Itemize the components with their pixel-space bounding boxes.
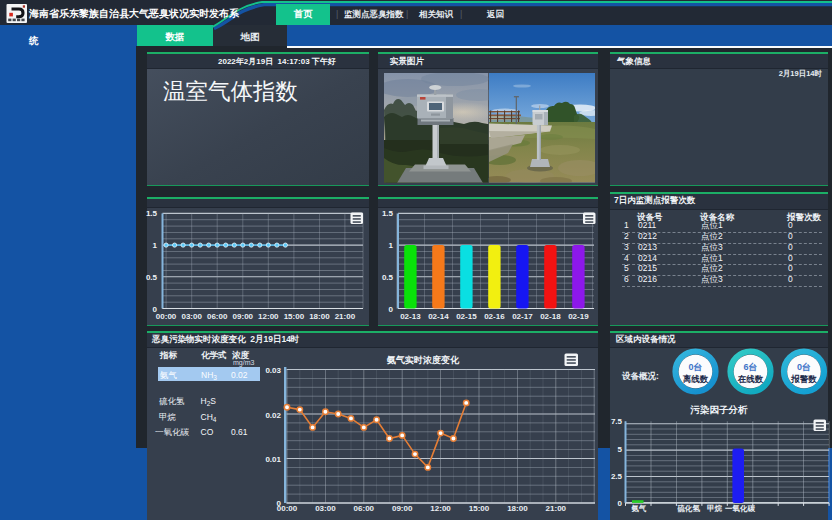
svg-text:06:00: 06:00 [354, 504, 375, 513]
svg-text:硫化氢: 硫化氢 [677, 504, 700, 513]
svg-text:0: 0 [618, 499, 623, 508]
svg-text:03:00: 03:00 [315, 504, 336, 513]
svg-text:氨气: 氨气 [631, 504, 648, 513]
svg-text:02-18: 02-18 [540, 312, 561, 321]
svg-text:00:00: 00:00 [156, 312, 177, 321]
svg-text:1: 1 [153, 241, 158, 250]
svg-text:5: 5 [618, 445, 623, 454]
svg-text:02-16: 02-16 [484, 312, 505, 321]
svg-text:02-13: 02-13 [400, 312, 421, 321]
svg-text:报警数: 报警数 [790, 374, 817, 384]
svg-text:00:00: 00:00 [277, 504, 298, 513]
svg-text:0.5: 0.5 [146, 273, 158, 282]
svg-text:02-19: 02-19 [568, 312, 589, 321]
svg-text:离线数: 离线数 [683, 374, 709, 384]
svg-text:0.02: 0.02 [265, 411, 281, 420]
svg-text:09:00: 09:00 [233, 312, 254, 321]
svg-text:0台: 0台 [688, 362, 702, 372]
svg-text:0台: 0台 [797, 362, 811, 372]
svg-text:15:00: 15:00 [469, 504, 490, 513]
svg-text:1: 1 [389, 241, 394, 250]
svg-text:12:00: 12:00 [258, 312, 279, 321]
svg-text:甲烷: 甲烷 [707, 504, 723, 513]
svg-text:7.5: 7.5 [611, 417, 623, 426]
svg-text:21:00: 21:00 [335, 312, 356, 321]
svg-text:18:00: 18:00 [309, 312, 330, 321]
svg-text:一氧化碳: 一氧化碳 [725, 504, 756, 513]
svg-text:02-14: 02-14 [428, 312, 449, 321]
svg-text:02-15: 02-15 [456, 312, 477, 321]
svg-text:2.5: 2.5 [611, 472, 623, 481]
svg-text:12:00: 12:00 [430, 504, 451, 513]
svg-text:03:00: 03:00 [181, 312, 202, 321]
svg-text:0.03: 0.03 [265, 366, 281, 375]
svg-text:21:00: 21:00 [546, 504, 567, 513]
svg-text:02-17: 02-17 [512, 312, 533, 321]
svg-text:6台: 6台 [743, 362, 757, 372]
svg-text:氨气实时浓度变化: 氨气实时浓度变化 [386, 354, 460, 365]
svg-text:06:00: 06:00 [207, 312, 228, 321]
svg-text:18:00: 18:00 [507, 504, 528, 513]
svg-text:15:00: 15:00 [284, 312, 305, 321]
svg-text:09:00: 09:00 [392, 504, 413, 513]
svg-text:1.5: 1.5 [382, 209, 394, 218]
svg-text:0.5: 0.5 [382, 273, 394, 282]
svg-text:0: 0 [389, 305, 394, 314]
svg-text:1.5: 1.5 [146, 209, 158, 218]
svg-text:0.01: 0.01 [265, 455, 281, 464]
svg-text:在线数: 在线数 [737, 374, 764, 384]
